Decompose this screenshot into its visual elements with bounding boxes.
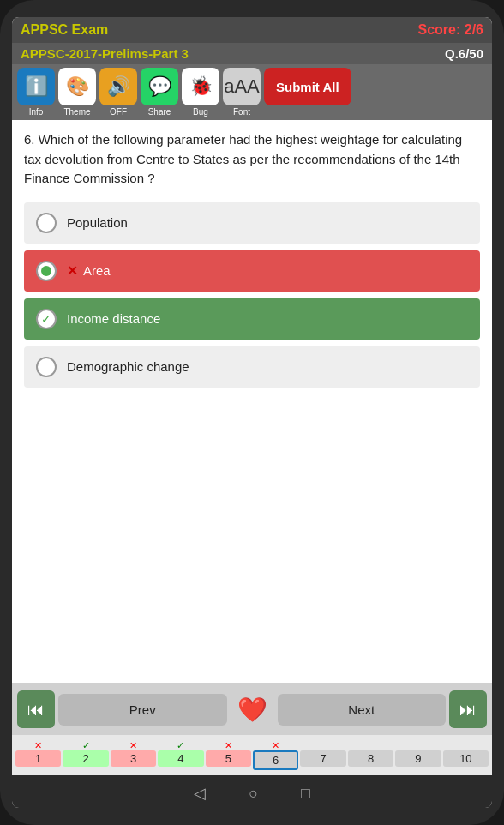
exam-name: APPSC-2017-Prelims-Part 3: [21, 46, 189, 61]
option-a[interactable]: Population: [24, 202, 480, 244]
question-number: 6.: [24, 132, 35, 147]
option-d[interactable]: Demographic change: [24, 346, 480, 388]
submit-toolbar-item[interactable]: Submit All x: [264, 68, 351, 117]
qnum-number-10: 10: [443, 750, 489, 767]
share-label: Share: [148, 107, 171, 117]
sound-label: OFF: [110, 107, 127, 117]
qnum-cell-5[interactable]: ✕5: [206, 740, 251, 770]
screen: APPSC Exam Score: 2/6 APPSC-2017-Prelims…: [12, 17, 492, 808]
recents-button[interactable]: □: [301, 785, 310, 803]
qnum-number-6: 6: [253, 750, 298, 770]
app-title: APPSC Exam: [21, 22, 108, 38]
question-number-display: Q.6/50: [445, 46, 483, 61]
header-sub: APPSC-2017-Prelims-Part 3 Q.6/50: [12, 43, 492, 64]
font-icon[interactable]: aAA: [223, 68, 261, 105]
qnum-cell-1[interactable]: ✕1: [15, 740, 61, 770]
wrong-marker: ✕: [67, 263, 78, 279]
radio-b: [36, 261, 57, 281]
qnum-number-4: 4: [158, 750, 203, 767]
bug-label: Bug: [193, 107, 208, 117]
sound-icon[interactable]: 🔊: [99, 68, 137, 105]
favorite-button[interactable]: ❤️: [231, 696, 274, 724]
qnum-cell-10[interactable]: 10: [443, 740, 489, 770]
qnum-cell-2[interactable]: ✓2: [63, 740, 108, 770]
back-button[interactable]: ◁: [194, 784, 206, 803]
qnum-number-9: 9: [395, 750, 441, 767]
question-area: 6. Which of the following parameter had …: [12, 120, 492, 683]
theme-label: Theme: [63, 107, 90, 117]
submit-all-button[interactable]: Submit All: [264, 68, 351, 105]
phone-frame: APPSC Exam Score: 2/6 APPSC-2017-Prelims…: [0, 0, 504, 825]
qnum-cell-3[interactable]: ✕3: [111, 740, 156, 770]
qnum-number-3: 3: [111, 750, 156, 767]
last-question-button[interactable]: ⏭: [449, 690, 487, 728]
qnum-mark-6: ✕: [272, 740, 279, 750]
qnum-number-7: 7: [300, 750, 345, 767]
share-toolbar-item[interactable]: 💬 Share: [141, 68, 178, 117]
radio-a: [36, 213, 57, 233]
option-a-text: Population: [67, 215, 128, 230]
theme-toolbar-item[interactable]: 🎨 Theme: [58, 68, 96, 117]
qnum-mark-4: ✓: [177, 740, 184, 750]
font-label: Font: [233, 107, 250, 117]
sound-toolbar-item[interactable]: 🔊 OFF: [99, 68, 137, 117]
info-label: Info: [29, 107, 44, 117]
prev-button[interactable]: Prev: [58, 694, 227, 726]
qnum-cell-4[interactable]: ✓4: [158, 740, 203, 770]
question-body: Which of the following parameter had the…: [24, 132, 462, 185]
header-top: APPSC Exam Score: 2/6: [12, 17, 492, 43]
bug-toolbar-item[interactable]: 🐞 Bug: [182, 68, 219, 117]
android-nav: ◁ ○ □: [12, 775, 492, 808]
qnum-number-2: 2: [63, 750, 108, 767]
font-toolbar-item[interactable]: aAA Font: [223, 68, 261, 117]
option-b-text: Area: [83, 263, 111, 278]
info-icon[interactable]: ℹ️: [17, 68, 55, 105]
question-numbers-bar: ✕1✓2✕3✓4✕5✕678910: [12, 735, 492, 775]
qnum-number-1: 1: [15, 750, 61, 767]
qnum-number-8: 8: [348, 750, 393, 767]
qnum-cell-9[interactable]: 9: [395, 740, 441, 770]
qnum-mark-5: ✕: [225, 740, 232, 750]
qnum-cell-7[interactable]: 7: [300, 740, 345, 770]
qnum-mark-3: ✕: [129, 740, 137, 750]
qnum-cell-8[interactable]: 8: [348, 740, 393, 770]
question-text: 6. Which of the following parameter had …: [24, 130, 480, 189]
option-b[interactable]: ✕ Area: [24, 250, 480, 292]
share-icon[interactable]: 💬: [141, 68, 178, 105]
nav-bar: ⏮ Prev ❤️ Next ⏭: [12, 683, 492, 735]
radio-d: [36, 357, 57, 377]
first-question-button[interactable]: ⏮: [17, 690, 55, 728]
qnum-mark-2: ✓: [82, 740, 90, 750]
qnum-cell-6[interactable]: ✕6: [253, 740, 298, 770]
qnum-number-5: 5: [206, 750, 251, 767]
radio-b-inner: [41, 266, 51, 276]
option-c[interactable]: ✓ Income distance: [24, 298, 480, 340]
option-d-text: Demographic change: [67, 359, 189, 374]
home-button[interactable]: ○: [249, 785, 258, 803]
bug-icon[interactable]: 🐞: [182, 68, 219, 105]
radio-c-check: ✓: [41, 312, 51, 326]
next-button[interactable]: Next: [278, 694, 447, 726]
option-c-text: Income distance: [67, 311, 160, 326]
radio-c: ✓: [36, 309, 57, 329]
theme-icon[interactable]: 🎨: [58, 68, 96, 105]
info-toolbar-item[interactable]: ℹ️ Info: [17, 68, 55, 117]
score-display: Score: 2/6: [418, 22, 483, 38]
qnum-mark-1: ✕: [34, 740, 42, 750]
toolbar: ℹ️ Info 🎨 Theme 🔊 OFF 💬 Share 🐞 Bug aAA: [12, 64, 492, 120]
